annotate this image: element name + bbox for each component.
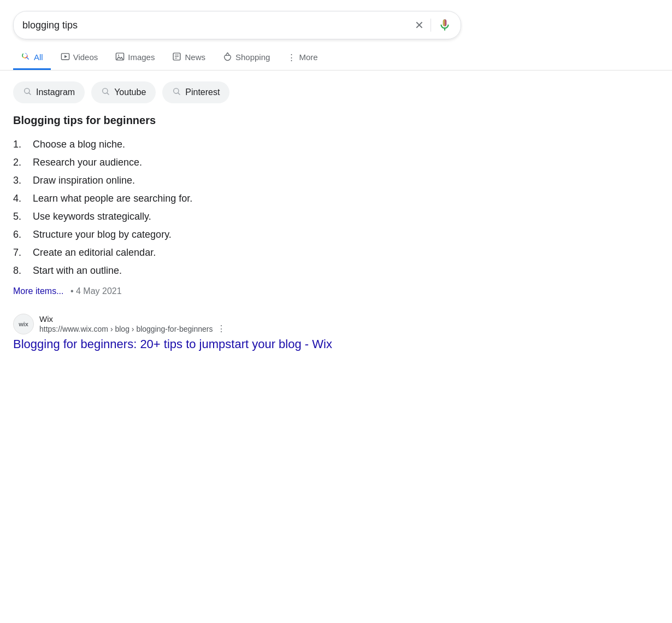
- suggestion-youtube[interactable]: Youtube: [91, 81, 156, 103]
- tab-all-label: All: [34, 52, 43, 62]
- tab-images[interactable]: Images: [108, 46, 162, 70]
- tab-more[interactable]: ⋮ More: [280, 47, 325, 69]
- list-item: 6.Structure your blog by category.: [13, 226, 659, 244]
- list-item: 1.Choose a blog niche.: [13, 136, 659, 154]
- suggestions-container: Instagram Youtube Pinterest: [0, 70, 672, 114]
- result-options-icon[interactable]: ⋮: [217, 324, 226, 334]
- result-url: https://www.wix.com › blog › blogging-fo…: [39, 325, 213, 333]
- list-item: 4.Learn what people are searching for.: [13, 190, 659, 208]
- tab-videos-label: Videos: [73, 52, 98, 62]
- result-url-row: https://www.wix.com › blog › blogging-fo…: [39, 324, 659, 334]
- tab-more-label: More: [299, 52, 317, 62]
- tab-all[interactable]: All: [13, 46, 51, 70]
- search-input[interactable]: blogging tips: [22, 20, 415, 31]
- all-search-icon: [21, 51, 31, 63]
- chip-search-icon-instagram: [23, 87, 32, 98]
- svg-point-9: [118, 54, 119, 55]
- svg-marker-7: [64, 55, 67, 58]
- result-source-row: wix Wix https://www.wix.com › blog › blo…: [13, 314, 659, 334]
- tabs-container: All Videos Images: [0, 39, 672, 70]
- suggestion-youtube-label: Youtube: [114, 87, 146, 97]
- list-item: 8.Start with an outline.: [13, 262, 659, 280]
- news-icon: [172, 52, 181, 63]
- featured-snippet-title: Blogging tips for beginners: [13, 114, 659, 127]
- images-icon: [115, 52, 125, 63]
- result-item-wix: wix Wix https://www.wix.com › blog › blo…: [13, 314, 659, 352]
- svg-line-19: [178, 93, 180, 95]
- search-bar-container: blogging tips ✕: [0, 0, 672, 39]
- result-site-name: Wix: [39, 314, 659, 324]
- more-items-link[interactable]: More items...: [13, 286, 63, 296]
- chip-search-icon-youtube: [101, 87, 110, 98]
- tab-shopping-label: Shopping: [235, 52, 270, 62]
- chip-search-icon-pinterest: [172, 87, 181, 98]
- shopping-icon: [223, 52, 232, 63]
- suggestion-instagram[interactable]: Instagram: [13, 81, 85, 103]
- featured-list: 1.Choose a blog niche. 2.Research your a…: [13, 136, 659, 280]
- suggestion-pinterest-label: Pinterest: [185, 87, 220, 97]
- list-item: 2.Research your audience.: [13, 154, 659, 172]
- featured-snippet-date: • 4 May 2021: [70, 286, 122, 296]
- clear-icon[interactable]: ✕: [415, 19, 424, 32]
- tab-images-label: Images: [128, 52, 155, 62]
- tab-shopping[interactable]: Shopping: [215, 46, 278, 70]
- featured-snippet: Blogging tips for beginners 1.Choose a b…: [13, 114, 659, 296]
- result-favicon-wix: wix: [13, 314, 34, 334]
- tab-news-label: News: [185, 52, 205, 62]
- more-icon: ⋮: [287, 52, 296, 62]
- result-title-link[interactable]: Blogging for beginners: 20+ tips to jump…: [13, 337, 659, 352]
- search-divider: [431, 19, 431, 32]
- list-item: 5.Use keywords strategically.: [13, 208, 659, 226]
- video-icon: [61, 52, 70, 63]
- mic-icon[interactable]: [438, 18, 452, 32]
- suggestion-pinterest[interactable]: Pinterest: [162, 81, 229, 103]
- results-container: Blogging tips for beginners 1.Choose a b…: [0, 114, 672, 352]
- tab-news[interactable]: News: [164, 46, 213, 70]
- tab-videos[interactable]: Videos: [53, 46, 106, 70]
- svg-line-17: [107, 93, 109, 95]
- list-item: 7.Create an editorial calendar.: [13, 244, 659, 262]
- svg-line-5: [27, 57, 28, 59]
- list-item: 3.Draw inspiration online.: [13, 172, 659, 190]
- more-items-row: More items... • 4 May 2021: [13, 286, 659, 296]
- suggestion-instagram-label: Instagram: [36, 87, 75, 97]
- search-bar: blogging tips ✕: [13, 11, 461, 39]
- svg-line-15: [29, 93, 31, 95]
- result-source-info: Wix https://www.wix.com › blog › bloggin…: [39, 314, 659, 334]
